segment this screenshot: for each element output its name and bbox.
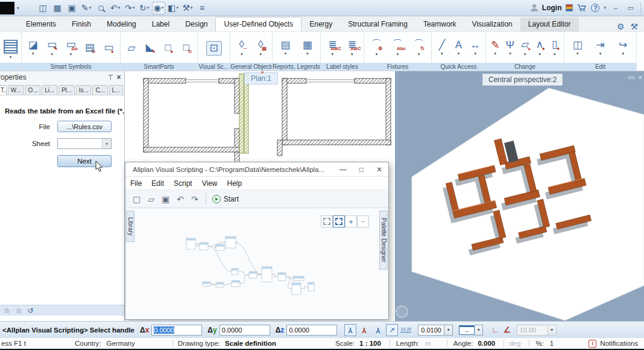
dropdown-caret-icon[interactable]: ▾ (418, 52, 420, 57)
ribbon-tab-teamwork[interactable]: Teamwork (415, 18, 464, 31)
close-panel-icon[interactable]: × (113, 73, 124, 81)
dropdown-caret-icon[interactable]: ▾ (70, 52, 72, 57)
dropdown-caret-icon[interactable]: ▾ (147, 5, 150, 10)
angle-input-icon[interactable]: Y (358, 324, 370, 336)
ribbon-tab-energy[interactable]: Energy (301, 18, 340, 31)
ribbon-tools-icon[interactable]: ⚒ (630, 22, 638, 31)
properties-tab-li[interactable]: Li... (42, 85, 57, 95)
snap-distance-value[interactable]: 0.0100 (418, 325, 444, 336)
dropdown-caret-icon[interactable]: ▾ (284, 51, 286, 56)
properties-tab-w[interactable]: W... (8, 85, 24, 95)
dropdown-caret-icon[interactable]: ▾ (351, 52, 353, 57)
zoom-in-button[interactable]: + (345, 215, 357, 228)
dropdown-caret-icon[interactable]: ▾ (32, 51, 34, 56)
start-button[interactable]: Start (212, 195, 239, 203)
dropdown-caret-icon[interactable]: ▾ (176, 5, 178, 10)
draw-line-icon[interactable]: ╱▾ (434, 40, 450, 56)
smartpart-cube-icon[interactable]: □● (160, 42, 176, 54)
legend-doc-icon[interactable]: ▦▾ (300, 40, 315, 56)
menu-help[interactable]: Help (223, 179, 247, 188)
dropdown-caret-icon[interactable]: ▾ (133, 5, 135, 10)
toolbar-overflow-icon[interactable]: ≡ (195, 2, 209, 14)
tools-icon[interactable]: ⚒▾ (181, 2, 194, 14)
ribbon-tab-modeling[interactable]: Modeling (99, 18, 144, 31)
angle-dropdown-icon[interactable]: ▼ (548, 325, 557, 336)
cart-icon[interactable] (577, 4, 587, 12)
dropdown-caret-icon[interactable]: ▾ (509, 51, 511, 56)
menu-edit[interactable]: Edit (147, 179, 169, 188)
minimize-button[interactable]: – (610, 4, 621, 11)
viewport-close-icon[interactable]: × (638, 74, 642, 81)
modify-line-icon[interactable]: ∧●▾ (532, 39, 548, 57)
point-transfer-icon[interactable]: Y (372, 324, 384, 336)
modify-smartpart-icon[interactable]: ◣✎ (142, 42, 157, 54)
menu-file[interactable]: File (125, 179, 147, 188)
zoom-selection-button[interactable] (321, 215, 333, 228)
navigation-compass[interactable] (396, 305, 408, 318)
perspective-view-label[interactable]: Central perspective:2 (482, 74, 563, 86)
ribbon-tab-elements[interactable]: Elements (18, 18, 64, 31)
dropdown-caret-icon[interactable]: ▾ (599, 51, 602, 56)
report-doc-icon[interactable]: ▤▾ (277, 40, 293, 56)
dropdown-caret-icon[interactable]: ▾ (51, 52, 53, 57)
snap-point-icon[interactable]: ↗ (386, 324, 398, 336)
fixture-label-icon[interactable]: ⌒Abc▾ (390, 39, 406, 57)
dropdown-caret-icon[interactable]: ▾ (376, 52, 378, 57)
menu-script[interactable]: Script (169, 179, 197, 188)
ribbon-tab-structural-framing[interactable]: Structural Framing (340, 18, 415, 31)
zoom-out-button[interactable]: − (357, 215, 369, 228)
sheet-dropdown-icon[interactable]: ▼ (102, 139, 111, 148)
dropdown-caret-icon[interactable]: ▾ (306, 51, 309, 56)
length-unit[interactable]: m (425, 340, 431, 347)
open-script-icon[interactable]: ▱ (148, 194, 154, 204)
dropdown-caret-icon[interactable]: ▾ (331, 52, 333, 57)
plan-view-label[interactable]: Plan:1 (244, 72, 278, 84)
dialog-title-bar[interactable]: Allplan Visual Scripting - C:\ProgramDat… (125, 162, 388, 177)
modify-smart-symbol-icon[interactable]: ▭✎▾ (44, 39, 60, 57)
ribbon-tab-finish[interactable]: Finish (64, 18, 99, 31)
scale-value[interactable]: 1 : 100 (359, 340, 381, 347)
save-icon[interactable]: ▣ (65, 2, 78, 14)
dialog-close-button[interactable]: ✕ (370, 165, 388, 174)
update-smartpart-icon[interactable]: □↻ (178, 42, 194, 54)
calculator-icon[interactable]: ▦ (51, 2, 64, 14)
ribbon-tab-design[interactable]: Design (177, 18, 215, 31)
symbol-swap-icon[interactable]: ▭● (101, 42, 116, 54)
delta-z-input[interactable]: 0.0000 (286, 325, 337, 336)
label-style-edit-icon[interactable]: ≣ABC▾ (344, 39, 360, 57)
properties-tab-pl[interactable]: Pl... (58, 85, 75, 95)
pin-icon[interactable]: ⊤ (107, 74, 113, 81)
search-icon[interactable] (94, 2, 107, 14)
dropdown-caret-icon[interactable]: ▾ (397, 52, 399, 57)
help-caret-icon[interactable]: ▾ (604, 5, 606, 10)
app-menu-caret-icon[interactable]: ▾ (17, 5, 19, 11)
viewport-3d-icon[interactable]: ◫ (36, 2, 49, 14)
visibility-icon[interactable]: ◉▾ (152, 2, 165, 14)
restore-button[interactable]: ▭ (625, 4, 636, 12)
dropdown-caret-icon[interactable]: ▾ (554, 52, 556, 57)
edit-points-icon[interactable]: Ψ▾ (503, 40, 518, 56)
dropdown-caret-icon[interactable]: ▾ (538, 52, 541, 57)
dropdown-caret-icon[interactable]: ▾ (118, 5, 121, 10)
right-angle-icon[interactable]: ∟ (491, 325, 499, 334)
offset-combo[interactable]: ↔ ▼ (459, 325, 483, 336)
notifications-button[interactable]: ! Notifications (589, 340, 644, 348)
properties-tab-c[interactable]: C... (92, 85, 107, 95)
angle-arc-icon[interactable]: ∠ (504, 325, 511, 334)
tag-list-icon[interactable]: ◊▤▾ (253, 39, 268, 57)
library-tab[interactable]: Library (126, 211, 134, 242)
menu-view[interactable]: View (197, 179, 223, 188)
dropdown-caret-icon[interactable]: ▾ (474, 51, 476, 56)
login-button[interactable]: Login (542, 4, 562, 12)
percent-value[interactable]: 1 (550, 340, 554, 347)
dropdown-caret-icon[interactable]: ▾ (241, 52, 243, 57)
zoom-fit-button[interactable] (333, 215, 345, 228)
coordinate-tripod-icon[interactable]: Y (344, 324, 356, 336)
ribbon-tab-layout-editor[interactable]: Layout Editor (520, 18, 579, 31)
rotate-icon[interactable]: ↪▾ (615, 40, 631, 56)
fixture-update-icon[interactable]: ⌒↻▾ (411, 39, 427, 57)
copy-icon[interactable]: ◫▾ (570, 40, 586, 56)
palette-designer-tab[interactable]: Palette Designer (379, 211, 388, 270)
label-style-icon[interactable]: ≣ABC▾ (324, 39, 340, 57)
script-canvas[interactable]: + − (125, 208, 388, 319)
